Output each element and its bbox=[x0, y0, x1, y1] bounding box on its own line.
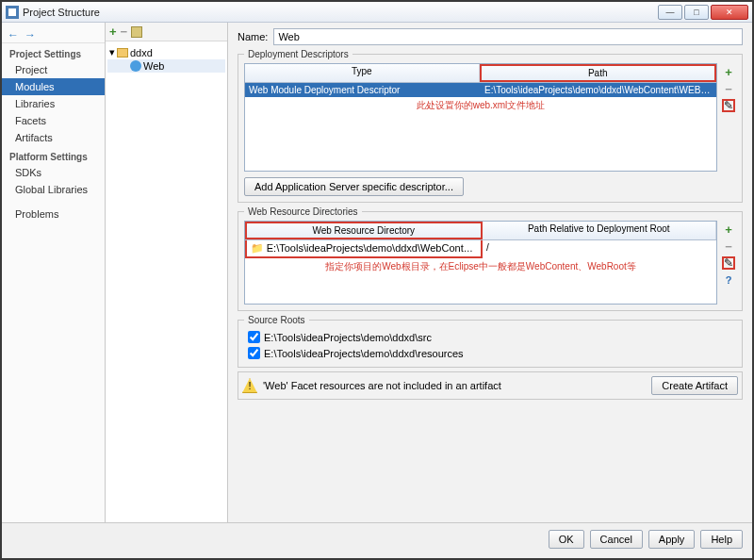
srcroot-row-0[interactable]: E:\Tools\ideaProjects\demo\ddxd\src bbox=[244, 329, 736, 345]
sidebar-item-modules[interactable]: Modules bbox=[2, 78, 105, 95]
minimize-button[interactable]: — bbox=[658, 5, 682, 20]
deployment-type-cell: Web Module Deployment Descriptor bbox=[245, 83, 481, 97]
add-icon[interactable]: + bbox=[109, 25, 117, 39]
warning-row: ! 'Web' Facet resources are not included… bbox=[238, 371, 743, 400]
sidebar-item-problems[interactable]: Problems bbox=[2, 206, 105, 222]
col-webres-dir: Web Resource Directory bbox=[245, 222, 483, 239]
forward-arrow-icon[interactable]: → bbox=[25, 28, 36, 41]
webres-note: 指定你项目的Web根目录，在Eclipse中一般都是WebContent、Web… bbox=[245, 258, 716, 275]
deployment-descriptors-group: Deployment Descriptors Type Path Web Mod… bbox=[238, 49, 743, 203]
window-titlebar: Project Structure — □ ✕ bbox=[2, 2, 752, 23]
tree-node-module[interactable]: ▾ ddxd bbox=[107, 45, 225, 59]
warning-icon: ! bbox=[242, 378, 257, 393]
web-resource-group: Web Resource Directories Web Resource Di… bbox=[238, 206, 743, 311]
tree-node-web[interactable]: Web bbox=[107, 59, 225, 73]
srcroot-check-1[interactable] bbox=[248, 347, 260, 359]
sidebar-item-libraries[interactable]: Libraries bbox=[2, 95, 105, 112]
folder-small-icon: 📁 bbox=[251, 242, 264, 254]
srcroot-path-0: E:\Tools\ideaProjects\demo\ddxd\src bbox=[264, 332, 432, 343]
add-server-descriptor-button[interactable]: Add Application Server specific descript… bbox=[244, 177, 464, 196]
deployment-path-cell: E:\Tools\ideaProjects\demo\ddxd\WebConte… bbox=[481, 83, 716, 97]
sidebar-item-project[interactable]: Project bbox=[2, 61, 105, 78]
sidebar-group-platform: Platform Settings bbox=[2, 146, 105, 164]
webres-rel-cell: / bbox=[483, 240, 716, 258]
source-roots-group: Source Roots E:\Tools\ideaProjects\demo\… bbox=[238, 315, 743, 368]
sidebar-item-artifacts[interactable]: Artifacts bbox=[2, 129, 105, 146]
create-artifact-button[interactable]: Create Artifact bbox=[651, 376, 738, 395]
webres-table[interactable]: Web Resource Directory Path Relative to … bbox=[244, 221, 717, 305]
webres-legend: Web Resource Directories bbox=[244, 206, 362, 217]
webres-row[interactable]: 📁 E:\Tools\ideaProjects\demo\ddxd\WebCon… bbox=[245, 240, 716, 258]
facet-content: Name: Deployment Descriptors Type Path W… bbox=[228, 23, 752, 522]
dialog-footer: OK Cancel Apply Help bbox=[2, 522, 752, 554]
sidebar-group-project: Project Settings bbox=[2, 43, 105, 61]
svg-rect-1 bbox=[8, 8, 16, 16]
module-tree-panel: + − ▾ ddxd Web bbox=[106, 23, 228, 522]
web-facet-icon bbox=[130, 60, 141, 72]
sidebar-item-sdks[interactable]: SDKs bbox=[2, 164, 105, 181]
app-icon bbox=[6, 6, 19, 19]
remove-icon[interactable]: − bbox=[121, 25, 128, 39]
dep-add-button[interactable]: + bbox=[722, 65, 735, 78]
tree-module-label: ddxd bbox=[130, 47, 153, 58]
srcroots-legend: Source Roots bbox=[244, 315, 309, 325]
srcroot-path-1: E:\Tools\ideaProjects\demo\ddxd\resource… bbox=[264, 348, 464, 359]
deployment-row[interactable]: Web Module Deployment Descriptor E:\Tool… bbox=[245, 83, 716, 97]
sidebar-toolbar: ← → bbox=[2, 26, 105, 43]
srcroot-check-0[interactable] bbox=[248, 331, 260, 343]
dep-edit-button[interactable]: ✎ bbox=[722, 99, 735, 112]
copy-icon[interactable] bbox=[131, 26, 142, 38]
dep-remove-button[interactable]: − bbox=[722, 82, 735, 95]
maximize-button[interactable]: □ bbox=[684, 5, 709, 20]
webres-remove-button[interactable]: − bbox=[722, 239, 735, 253]
webres-help-button[interactable]: ? bbox=[722, 273, 735, 287]
col-type: Type bbox=[245, 64, 480, 82]
settings-sidebar: ← → Project Settings Project Modules Lib… bbox=[2, 23, 106, 522]
col-path: Path bbox=[480, 64, 717, 82]
help-button[interactable]: Help bbox=[700, 530, 743, 549]
tree-toolbar: + − bbox=[106, 23, 227, 41]
deployment-legend: Deployment Descriptors bbox=[244, 49, 352, 59]
cancel-button[interactable]: Cancel bbox=[590, 530, 643, 549]
tree-web-label: Web bbox=[143, 60, 164, 72]
module-folder-icon bbox=[117, 48, 128, 58]
deployment-note: 此处设置你的web.xml文件地址 bbox=[245, 97, 716, 114]
warning-text: 'Web' Facet resources are not included i… bbox=[263, 380, 646, 391]
sidebar-item-global-libraries[interactable]: Global Libraries bbox=[2, 181, 105, 198]
close-button[interactable]: ✕ bbox=[711, 5, 748, 20]
sidebar-item-facets[interactable]: Facets bbox=[2, 112, 105, 129]
webres-add-button[interactable]: + bbox=[722, 222, 735, 236]
webres-edit-button[interactable]: ✎ bbox=[722, 256, 735, 270]
col-webres-rel: Path Relative to Deployment Root bbox=[483, 222, 717, 239]
webres-dir-cell: 📁 E:\Tools\ideaProjects\demo\ddxd\WebCon… bbox=[245, 240, 483, 258]
deployment-table[interactable]: Type Path Web Module Deployment Descript… bbox=[244, 63, 717, 172]
expand-icon[interactable]: ▾ bbox=[109, 46, 115, 58]
name-label: Name: bbox=[238, 31, 268, 42]
apply-button[interactable]: Apply bbox=[648, 530, 696, 549]
srcroot-row-1[interactable]: E:\Tools\ideaProjects\demo\ddxd\resource… bbox=[244, 345, 736, 361]
ok-button[interactable]: OK bbox=[549, 530, 584, 549]
name-input[interactable] bbox=[273, 28, 743, 45]
window-title: Project Structure bbox=[23, 7, 658, 18]
back-arrow-icon[interactable]: ← bbox=[8, 28, 19, 41]
